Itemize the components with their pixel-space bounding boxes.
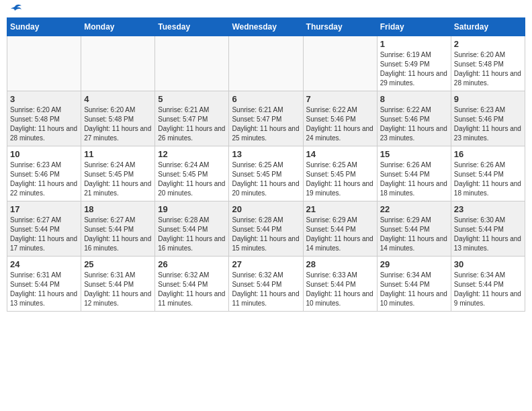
day-info: Sunrise: 6:21 AMSunset: 5:47 PMDaylight:…	[232, 105, 300, 143]
weekday-header-monday: Monday	[81, 18, 155, 36]
day-info: Sunrise: 6:22 AMSunset: 5:46 PMDaylight:…	[380, 105, 448, 143]
calendar-table: SundayMondayTuesdayWednesdayThursdayFrid…	[7, 17, 525, 312]
day-info: Sunrise: 6:24 AMSunset: 5:45 PMDaylight:…	[84, 161, 152, 198]
page-header	[7, 7, 525, 12]
calendar-cell: 7Sunrise: 6:22 AMSunset: 5:46 PMDaylight…	[303, 91, 377, 146]
calendar-cell: 16Sunrise: 6:26 AMSunset: 5:44 PMDayligh…	[451, 146, 525, 201]
day-info: Sunrise: 6:27 AMSunset: 5:44 PMDaylight:…	[84, 216, 152, 253]
calendar-cell: 14Sunrise: 6:25 AMSunset: 5:45 PMDayligh…	[303, 146, 377, 201]
day-number: 14	[306, 149, 374, 159]
calendar-week-3: 10Sunrise: 6:23 AMSunset: 5:46 PMDayligh…	[7, 146, 525, 201]
day-number: 2	[454, 39, 522, 49]
day-info: Sunrise: 6:34 AMSunset: 5:44 PMDaylight:…	[454, 271, 522, 308]
logo-bird-icon	[8, 4, 21, 15]
day-info: Sunrise: 6:32 AMSunset: 5:44 PMDaylight:…	[158, 271, 226, 308]
calendar-week-5: 24Sunrise: 6:31 AMSunset: 5:44 PMDayligh…	[7, 257, 525, 312]
day-info: Sunrise: 6:26 AMSunset: 5:44 PMDaylight:…	[454, 161, 522, 198]
day-number: 10	[10, 149, 78, 159]
calendar-cell: 27Sunrise: 6:32 AMSunset: 5:44 PMDayligh…	[229, 257, 303, 312]
calendar-cell: 12Sunrise: 6:24 AMSunset: 5:45 PMDayligh…	[155, 146, 229, 201]
calendar-week-4: 17Sunrise: 6:27 AMSunset: 5:44 PMDayligh…	[7, 201, 525, 257]
day-number: 7	[306, 94, 374, 104]
day-number: 1	[380, 39, 448, 49]
day-info: Sunrise: 6:30 AMSunset: 5:44 PMDaylight:…	[454, 216, 522, 253]
calendar-cell: 23Sunrise: 6:30 AMSunset: 5:44 PMDayligh…	[451, 201, 525, 257]
calendar-cell: 17Sunrise: 6:27 AMSunset: 5:44 PMDayligh…	[7, 201, 81, 257]
calendar-cell: 10Sunrise: 6:23 AMSunset: 5:46 PMDayligh…	[7, 146, 81, 201]
calendar-cell: 6Sunrise: 6:21 AMSunset: 5:47 PMDaylight…	[229, 91, 303, 146]
day-number: 27	[232, 259, 300, 269]
calendar-cell: 24Sunrise: 6:31 AMSunset: 5:44 PMDayligh…	[7, 257, 81, 312]
calendar-cell: 22Sunrise: 6:29 AMSunset: 5:44 PMDayligh…	[377, 201, 451, 257]
day-info: Sunrise: 6:20 AMSunset: 5:48 PMDaylight:…	[454, 50, 522, 88]
calendar-week-2: 3Sunrise: 6:20 AMSunset: 5:48 PMDaylight…	[7, 91, 525, 146]
day-number: 4	[84, 94, 152, 104]
day-number: 11	[84, 149, 152, 159]
day-info: Sunrise: 6:34 AMSunset: 5:44 PMDaylight:…	[380, 271, 448, 308]
calendar-cell	[155, 36, 229, 91]
calendar-cell: 1Sunrise: 6:19 AMSunset: 5:49 PMDaylight…	[377, 36, 451, 91]
logo	[7, 7, 21, 12]
day-number: 28	[306, 259, 374, 269]
day-info: Sunrise: 6:19 AMSunset: 5:49 PMDaylight:…	[380, 50, 448, 88]
day-number: 19	[158, 204, 226, 214]
calendar-cell: 18Sunrise: 6:27 AMSunset: 5:44 PMDayligh…	[81, 201, 155, 257]
day-info: Sunrise: 6:21 AMSunset: 5:47 PMDaylight:…	[158, 105, 226, 143]
calendar-cell: 8Sunrise: 6:22 AMSunset: 5:46 PMDaylight…	[377, 91, 451, 146]
day-info: Sunrise: 6:25 AMSunset: 5:45 PMDaylight:…	[232, 161, 300, 198]
weekday-header-wednesday: Wednesday	[229, 18, 303, 36]
day-number: 21	[306, 204, 374, 214]
calendar-cell: 15Sunrise: 6:26 AMSunset: 5:44 PMDayligh…	[377, 146, 451, 201]
calendar-cell	[303, 36, 377, 91]
day-number: 25	[84, 259, 152, 269]
calendar-cell: 2Sunrise: 6:20 AMSunset: 5:48 PMDaylight…	[451, 36, 525, 91]
day-info: Sunrise: 6:31 AMSunset: 5:44 PMDaylight:…	[84, 271, 152, 308]
day-info: Sunrise: 6:29 AMSunset: 5:44 PMDaylight:…	[306, 216, 374, 253]
calendar-cell: 4Sunrise: 6:20 AMSunset: 5:48 PMDaylight…	[81, 91, 155, 146]
day-number: 5	[158, 94, 226, 104]
day-number: 16	[454, 149, 522, 159]
weekday-header-thursday: Thursday	[303, 18, 377, 36]
weekday-header-row: SundayMondayTuesdayWednesdayThursdayFrid…	[7, 18, 525, 36]
calendar-cell: 29Sunrise: 6:34 AMSunset: 5:44 PMDayligh…	[377, 257, 451, 312]
calendar-cell	[7, 36, 81, 91]
calendar-cell	[229, 36, 303, 91]
day-number: 15	[380, 149, 448, 159]
calendar-cell: 25Sunrise: 6:31 AMSunset: 5:44 PMDayligh…	[81, 257, 155, 312]
day-info: Sunrise: 6:29 AMSunset: 5:44 PMDaylight:…	[380, 216, 448, 253]
day-info: Sunrise: 6:23 AMSunset: 5:46 PMDaylight:…	[454, 105, 522, 143]
day-info: Sunrise: 6:26 AMSunset: 5:44 PMDaylight:…	[380, 161, 448, 198]
day-info: Sunrise: 6:28 AMSunset: 5:44 PMDaylight:…	[232, 216, 300, 253]
weekday-header-sunday: Sunday	[7, 18, 81, 36]
calendar-cell: 26Sunrise: 6:32 AMSunset: 5:44 PMDayligh…	[155, 257, 229, 312]
day-info: Sunrise: 6:27 AMSunset: 5:44 PMDaylight:…	[10, 216, 78, 253]
day-number: 29	[380, 259, 448, 269]
calendar-cell: 28Sunrise: 6:33 AMSunset: 5:44 PMDayligh…	[303, 257, 377, 312]
day-info: Sunrise: 6:23 AMSunset: 5:46 PMDaylight:…	[10, 161, 78, 198]
day-info: Sunrise: 6:28 AMSunset: 5:44 PMDaylight:…	[158, 216, 226, 253]
calendar-cell: 20Sunrise: 6:28 AMSunset: 5:44 PMDayligh…	[229, 201, 303, 257]
calendar-cell: 9Sunrise: 6:23 AMSunset: 5:46 PMDaylight…	[451, 91, 525, 146]
day-number: 8	[380, 94, 448, 104]
day-number: 24	[10, 259, 78, 269]
calendar-cell: 5Sunrise: 6:21 AMSunset: 5:47 PMDaylight…	[155, 91, 229, 146]
day-number: 17	[10, 204, 78, 214]
calendar-week-1: 1Sunrise: 6:19 AMSunset: 5:49 PMDaylight…	[7, 36, 525, 91]
calendar-cell: 11Sunrise: 6:24 AMSunset: 5:45 PMDayligh…	[81, 146, 155, 201]
day-info: Sunrise: 6:25 AMSunset: 5:45 PMDaylight:…	[306, 161, 374, 198]
calendar-cell: 3Sunrise: 6:20 AMSunset: 5:48 PMDaylight…	[7, 91, 81, 146]
day-info: Sunrise: 6:33 AMSunset: 5:44 PMDaylight:…	[306, 271, 374, 308]
day-number: 20	[232, 204, 300, 214]
day-info: Sunrise: 6:31 AMSunset: 5:44 PMDaylight:…	[10, 271, 78, 308]
day-number: 12	[158, 149, 226, 159]
day-number: 30	[454, 259, 522, 269]
calendar-cell: 13Sunrise: 6:25 AMSunset: 5:45 PMDayligh…	[229, 146, 303, 201]
calendar-cell: 19Sunrise: 6:28 AMSunset: 5:44 PMDayligh…	[155, 201, 229, 257]
day-number: 26	[158, 259, 226, 269]
day-info: Sunrise: 6:24 AMSunset: 5:45 PMDaylight:…	[158, 161, 226, 198]
day-info: Sunrise: 6:20 AMSunset: 5:48 PMDaylight:…	[10, 105, 78, 143]
day-number: 9	[454, 94, 522, 104]
calendar-cell: 21Sunrise: 6:29 AMSunset: 5:44 PMDayligh…	[303, 201, 377, 257]
day-info: Sunrise: 6:20 AMSunset: 5:48 PMDaylight:…	[84, 105, 152, 143]
weekday-header-friday: Friday	[377, 18, 451, 36]
